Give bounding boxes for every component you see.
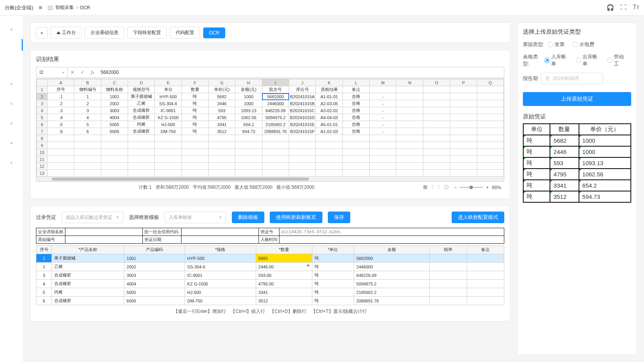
radio-outbound[interactable]: 出库帐单 (576, 53, 599, 67)
cancel-icon[interactable]: ✕ (67, 70, 77, 75)
calendar-icon: 🗓 (545, 76, 550, 82)
template-select[interactable]: 入库单映射▼ (164, 212, 226, 223)
dropdown-icon: ▾ (62, 71, 64, 74)
page-layout-icon[interactable]: ▢ (444, 184, 449, 191)
tabs-collapse-icon[interactable]: « (36, 27, 48, 39)
report-period-label: 报告期 (523, 75, 538, 82)
formula-value[interactable]: 5682000 (98, 70, 122, 75)
right-panel: 选择上传原始凭证类型 票据类型: 发票 水电费 表格类型: 入库帐单 出库帐单 … (517, 22, 637, 355)
template-label: 选择映射模板 (129, 214, 159, 221)
radio-inbound[interactable]: 入库帐单 (545, 53, 568, 67)
left-nav: ∧ ∨ ∨ ∨ ∨ ∨ (0, 15, 23, 362)
menu-icon[interactable]: ≡ (39, 4, 42, 11)
breadcrumb-page: OCR (80, 5, 90, 10)
table-type-label: 表格类型: (523, 53, 541, 67)
grid-view-icon[interactable]: ▦ (423, 184, 427, 191)
radio-labor[interactable]: 劳动工 (607, 53, 627, 67)
zoom-value: 86% (492, 185, 501, 190)
tab-basic-info[interactable]: 企业基础信息 (85, 27, 124, 39)
stat-avg: 平均值:568万2000 (193, 184, 231, 191)
enter-config-button[interactable]: 进入映射配置模式 (452, 212, 504, 223)
delete-template-button[interactable]: 删除模板 (232, 212, 264, 223)
voucher-preview-table: 单位数量单价（元）吨56821000吨24461000吨5931093.13吨4… (523, 123, 631, 203)
collect-icon: ⌷⌷ (48, 5, 53, 10)
chevron-down-icon: ▼ (116, 215, 119, 219)
upload-voucher-button[interactable]: 上传原始凭证 (523, 92, 631, 106)
sheet-status-bar: 计数:1 求和:568万2000 平均值:568万2000 最大值:568万20… (36, 182, 504, 193)
nav-chevron-2[interactable]: ∨ (0, 97, 23, 109)
stat-max: 最大值:568万2000 (235, 184, 272, 191)
stat-count: 计数:1 (139, 184, 152, 191)
ocr-result-card: 识别结果 I2▾ ✕ ✓ fx 5682000 ABCDEFGHIJKLMNOP… (30, 50, 510, 199)
cell-reference[interactable]: I2▾ (36, 67, 67, 77)
voucher-meta-table: 企业详细名称 统一社会信用代码 凭证号 a1c14428-f3e5-4f22-b… (36, 228, 504, 244)
tab-field-map[interactable]: 字段映射配置 (127, 27, 167, 39)
tab-ocr[interactable]: OCR (203, 27, 225, 38)
topbar: 台账(企业端) ≡ ⌷⌷ 智能采集 / OCR 🎧 ⛶ Tт (0, 0, 644, 15)
radio-invoice[interactable]: 发票 (548, 41, 565, 48)
fullscreen-icon[interactable]: ⛶ (620, 4, 627, 11)
voucher-label: 过录凭证 (36, 214, 56, 221)
tab-code-cfg[interactable]: 代码配置 (170, 27, 200, 39)
entry-card: 过录凭证 成品入库记账过录凭证▼ 选择映射模板 入库单映射▼ 删除模板 使用映射… (30, 206, 510, 321)
nav-chevron-3[interactable]: ∨ (0, 117, 23, 129)
app-title: 台账(企业端) (5, 4, 33, 11)
preview-title: 原始凭证 (523, 113, 631, 120)
save-button[interactable]: 保存 (328, 212, 350, 223)
ocr-title: 识别结果 (36, 56, 504, 63)
bill-type-label: 票据类型: (523, 41, 545, 48)
nav-active-indicator (22, 39, 23, 51)
home-icon: ⏏ (57, 30, 60, 35)
breadcrumb-root[interactable]: 智能采集 (55, 4, 74, 11)
zoom-slider[interactable] (460, 187, 483, 188)
page-break-icon[interactable]: 〕〔 (431, 184, 440, 191)
formula-bar: I2▾ ✕ ✓ fx 5682000 (36, 67, 504, 78)
stat-sum: 求和:568万2000 (156, 184, 189, 191)
fx-icon[interactable]: fx (87, 70, 98, 75)
upload-title: 选择上传原始凭证类型 (523, 28, 631, 36)
nav-chevron-1[interactable]: ∨ (0, 78, 23, 90)
zoom-out-icon[interactable]: − (454, 185, 457, 190)
voucher-select[interactable]: 成品入库记账过录凭证▼ (62, 212, 123, 223)
stat-min: 最小值:568万2000 (276, 184, 314, 191)
zoom-in-icon[interactable]: + (486, 185, 489, 190)
tab-workbench[interactable]: ⏏工作台 (51, 27, 82, 39)
nav-collapse-up[interactable]: ∧ (0, 23, 23, 35)
confirm-icon[interactable]: ✓ (77, 70, 87, 75)
headset-icon[interactable]: 🎧 (606, 4, 614, 11)
refresh-mapping-button[interactable]: 使用映射刷新账页 (270, 212, 322, 223)
text-size-icon[interactable]: Tт (633, 4, 639, 11)
chevron-down-icon: ▼ (219, 215, 222, 219)
spreadsheet[interactable]: ABCDEFGHIJKLMNOPQ1序号物料编号物料名称规格型号单位数量单价(元… (36, 79, 504, 177)
radio-utility[interactable]: 水电费 (572, 41, 594, 48)
nav-chevron-5[interactable]: ∨ (0, 157, 23, 169)
report-period-input[interactable]: 🗓 2024年09月 (541, 73, 603, 84)
nav-chevron-4[interactable]: ∨ (0, 137, 23, 149)
keyboard-hint: 【最后一行Enter】增加行 【Ctrl+I】插入行 【Ctrl+D】删除行 【… (36, 305, 504, 316)
entry-data-table[interactable]: 序号*产品名称产品编码*规格*数量*单位金额税率备注1离子膜烧碱1001HYP-… (36, 245, 504, 305)
horizontal-scrollbar[interactable] (36, 177, 504, 181)
